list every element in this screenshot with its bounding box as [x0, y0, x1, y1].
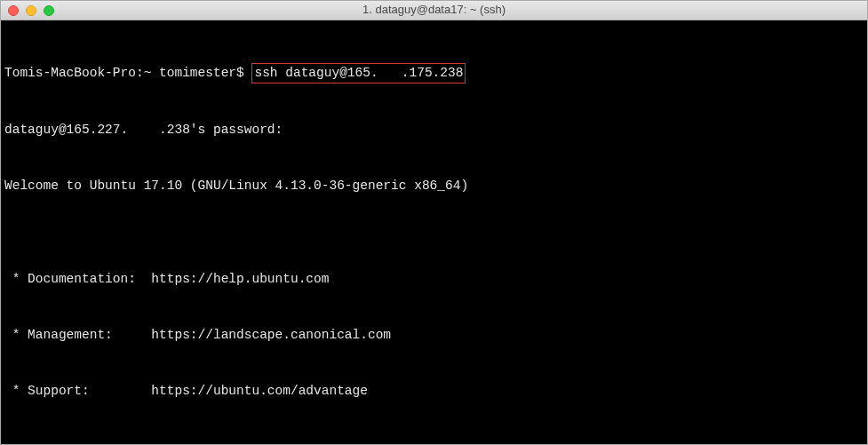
- maximize-icon[interactable]: [44, 5, 54, 16]
- close-icon[interactable]: [8, 5, 19, 16]
- traffic-lights: [1, 5, 54, 16]
- window-title: 1. dataguy@data17: ~ (ssh): [1, 2, 867, 19]
- terminal-line: Tomis-MacBook-Pro:~ tomimester$ ssh data…: [4, 63, 864, 83]
- terminal-content[interactable]: Tomis-MacBook-Pro:~ tomimester$ ssh data…: [1, 20, 867, 445]
- local-prompt: Tomis-MacBook-Pro:~ tomimester$: [4, 66, 251, 80]
- terminal-line: * Management: https://landscape.canonica…: [4, 326, 864, 345]
- terminal-line: * Support: https://ubuntu.com/advantage: [4, 382, 864, 401]
- highlighted-command: ssh dataguy@165. .175.238: [251, 63, 466, 83]
- terminal-line: Welcome to Ubuntu 17.10 (GNU/Linux 4.13.…: [4, 177, 864, 195]
- minimize-icon[interactable]: [26, 5, 36, 16]
- terminal-line: dataguy@165.227. .238's password:: [4, 121, 864, 139]
- terminal-line: * Documentation: https://help.ubuntu.com: [4, 270, 864, 289]
- window-titlebar: 1. dataguy@data17: ~ (ssh): [1, 1, 867, 20]
